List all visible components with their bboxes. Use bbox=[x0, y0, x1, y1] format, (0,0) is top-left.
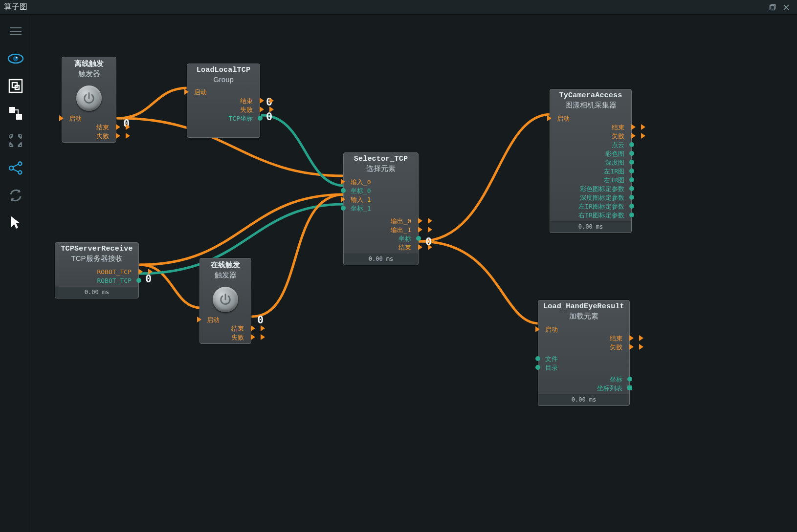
node-subtitle: 触发器 bbox=[200, 271, 251, 282]
window-title: 算子图 bbox=[4, 2, 27, 12]
restore-button[interactable] bbox=[766, 2, 779, 13]
port-out-end[interactable]: 结束 bbox=[538, 334, 629, 342]
edge-layer: 0 0 0 0 0 0 bbox=[31, 15, 797, 532]
menu-icon bbox=[9, 27, 22, 36]
power-button[interactable] bbox=[213, 287, 238, 312]
fit-button[interactable] bbox=[4, 129, 27, 152]
group-icon bbox=[8, 78, 23, 94]
menu-button[interactable] bbox=[4, 20, 27, 43]
node-title: LoadLocalTCP bbox=[187, 64, 260, 75]
port-in-file[interactable]: 文件 bbox=[538, 354, 629, 363]
refresh-icon bbox=[8, 188, 23, 203]
port-in-start[interactable]: 启动 bbox=[550, 114, 631, 123]
port-out-right-ir-calib[interactable]: 右IR图标定参数 bbox=[550, 211, 631, 219]
cursor-icon bbox=[9, 215, 22, 230]
node-selector-tcp[interactable]: Selector_TCP 选择元素 输入_0 坐标_0 输入_1 坐标_1 输出… bbox=[343, 152, 419, 265]
port-out-tcp-coord[interactable]: TCP坐标 bbox=[187, 114, 260, 123]
node-title: TyCameraAccess bbox=[550, 89, 631, 101]
port-in-dir[interactable]: 目录 bbox=[538, 363, 629, 372]
port-in-start[interactable]: 启动 bbox=[200, 315, 251, 324]
nodes-icon bbox=[8, 106, 23, 121]
node-ty-camera-access[interactable]: TyCameraAccess 图漾相机采集器 启动 结束 失败 点云 彩色图 深… bbox=[550, 89, 632, 233]
cursor-button[interactable] bbox=[4, 211, 27, 234]
port-out-end[interactable]: 结束 bbox=[550, 123, 631, 131]
port-in-1[interactable]: 输入_1 bbox=[344, 195, 418, 204]
preview-button[interactable] bbox=[4, 47, 27, 70]
port-out-fail[interactable]: 失败 bbox=[62, 131, 116, 140]
svg-point-11 bbox=[18, 162, 22, 166]
port-in-coord-1[interactable]: 坐标_1 bbox=[344, 204, 418, 213]
port-out-depth[interactable]: 深度图 bbox=[550, 158, 631, 167]
node-title: 在线触发 bbox=[200, 258, 251, 271]
port-out-end[interactable]: 结束 bbox=[187, 96, 260, 105]
svg-rect-9 bbox=[16, 114, 22, 120]
port-out-depth-calib[interactable]: 深度图标定参数 bbox=[550, 193, 631, 202]
port-in-start[interactable]: 启动 bbox=[62, 114, 116, 123]
svg-point-3 bbox=[13, 56, 18, 62]
node-timing: 0.00 ms bbox=[550, 221, 631, 233]
eye-icon bbox=[7, 53, 24, 64]
power-button[interactable] bbox=[76, 85, 102, 111]
port-out-fail[interactable]: 失败 bbox=[200, 333, 251, 341]
nodes-button[interactable] bbox=[4, 102, 27, 125]
port-out-end[interactable]: 结束 bbox=[200, 324, 251, 333]
close-button[interactable] bbox=[779, 2, 793, 13]
port-out-left-ir[interactable]: 左IR图 bbox=[550, 167, 631, 175]
port-out-pointcloud[interactable]: 点云 bbox=[550, 140, 631, 149]
port-out-coord-list[interactable]: 坐标列表 bbox=[538, 383, 629, 392]
close-icon bbox=[783, 4, 790, 11]
node-timing: 0.00 ms bbox=[55, 287, 138, 298]
node-timing: 0.00 ms bbox=[538, 394, 629, 405]
node-title: TCPServerReceive bbox=[55, 243, 138, 254]
port-out-coord[interactable]: 坐标 bbox=[344, 234, 418, 243]
node-subtitle: 图漾相机采集器 bbox=[550, 101, 631, 112]
node-subtitle: Group bbox=[187, 75, 260, 85]
svg-point-12 bbox=[18, 171, 22, 174]
restore-icon bbox=[769, 4, 776, 11]
port-out-right-ir[interactable]: 右IR图 bbox=[550, 175, 631, 184]
node-title: Load_HandEyeResult bbox=[538, 300, 629, 312]
port-out-0[interactable]: 输出_0 bbox=[344, 216, 418, 225]
power-icon bbox=[82, 91, 96, 105]
port-out-rgb-calib[interactable]: 彩色图标定参数 bbox=[550, 184, 631, 193]
port-out-robot-tcp-data[interactable]: ROBOT_TCP bbox=[55, 276, 138, 285]
flow-count: 0 bbox=[257, 314, 264, 326]
node-load-local-tcp[interactable]: LoadLocalTCP Group 启动 结束 失败 TCP坐标 bbox=[187, 64, 260, 138]
node-subtitle: 加载元素 bbox=[538, 312, 629, 323]
branch-button[interactable] bbox=[4, 156, 27, 180]
port-out-fail[interactable]: 失败 bbox=[187, 105, 260, 114]
node-tcp-server-receive[interactable]: TCPServerReceive TCP服务器接收 ROBOT_TCP ROBO… bbox=[55, 242, 139, 298]
fit-icon bbox=[8, 133, 23, 148]
port-in-coord-0[interactable]: 坐标_0 bbox=[344, 186, 418, 195]
sidebar bbox=[0, 15, 31, 532]
node-load-handeye-result[interactable]: Load_HandEyeResult 加载元素 启动 结束 失败 文件 目录 坐… bbox=[538, 300, 630, 406]
port-out-fail[interactable]: 失败 bbox=[550, 131, 631, 140]
port-out-rgb[interactable]: 彩色图 bbox=[550, 149, 631, 158]
port-in-start[interactable]: 启动 bbox=[187, 87, 260, 96]
port-out-1[interactable]: 输出_1 bbox=[344, 225, 418, 234]
port-in-0[interactable]: 输入_0 bbox=[344, 177, 418, 186]
port-out-coord[interactable]: 坐标 bbox=[538, 375, 629, 383]
svg-point-4 bbox=[16, 57, 17, 58]
node-subtitle: 选择元素 bbox=[344, 164, 418, 175]
node-subtitle: 触发器 bbox=[62, 69, 116, 81]
node-title: Selector_TCP bbox=[344, 153, 418, 164]
node-title: 离线触发 bbox=[62, 57, 116, 69]
node-offline-trigger[interactable]: 离线触发 触发器 启动 结束 失败 bbox=[62, 57, 116, 143]
node-timing: 0.00 ms bbox=[344, 254, 418, 265]
port-out-end[interactable]: 结束 bbox=[344, 243, 418, 252]
title-bar: 算子图 bbox=[0, 0, 797, 15]
port-out-fail[interactable]: 失败 bbox=[538, 342, 629, 351]
branch-icon bbox=[8, 161, 23, 175]
power-icon bbox=[219, 293, 232, 306]
refresh-button[interactable] bbox=[4, 184, 27, 207]
port-in-start[interactable]: 启动 bbox=[538, 325, 629, 334]
group-button[interactable] bbox=[4, 74, 27, 98]
node-online-trigger[interactable]: 在线触发 触发器 启动 结束 失败 bbox=[199, 258, 251, 344]
node-subtitle: TCP服务器接收 bbox=[55, 254, 138, 265]
port-out-end[interactable]: 结束 bbox=[62, 123, 116, 131]
svg-rect-8 bbox=[9, 107, 15, 113]
port-out-robot-tcp-flow[interactable]: ROBOT_TCP bbox=[55, 267, 138, 276]
graph-canvas[interactable]: 0 0 0 0 0 0 离线触发 触发器 启动 结束 失败 LoadLocalT… bbox=[31, 15, 797, 532]
port-out-left-ir-calib[interactable]: 左IR图标定参数 bbox=[550, 202, 631, 211]
